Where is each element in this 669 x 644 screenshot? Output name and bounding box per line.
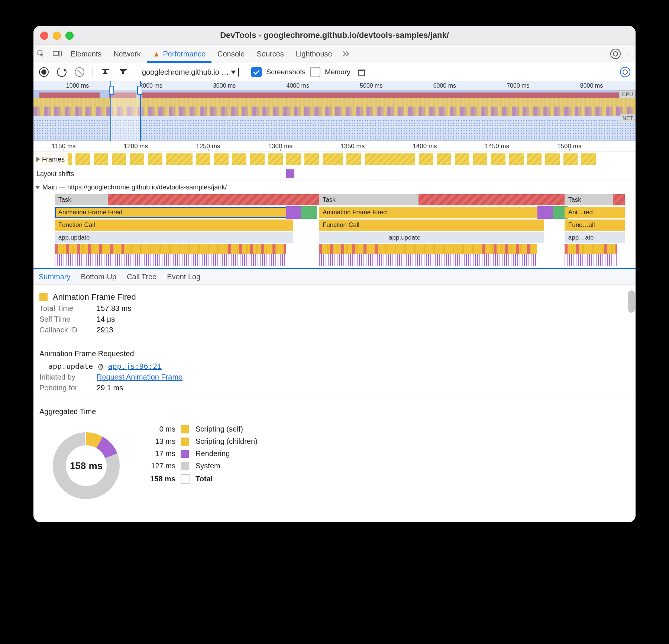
tab-label: Lighthouse bbox=[296, 50, 332, 58]
detail-ruler: 1150 ms1200 ms1250 ms1300 ms1350 ms1400 … bbox=[33, 141, 636, 152]
legend-label: System bbox=[195, 462, 258, 470]
initiated-by-link[interactable]: Request Animation Frame bbox=[97, 373, 182, 381]
overview-tick: 1000 ms bbox=[66, 82, 89, 89]
tab-lighthouse[interactable]: Lighthouse bbox=[290, 45, 338, 63]
legend-swatch bbox=[181, 450, 189, 458]
flame-bar[interactable]: app.update bbox=[55, 232, 293, 243]
tab-label: Performance bbox=[163, 50, 206, 58]
details-tabs: Summary Bottom-Up Call Tree Event Log bbox=[33, 268, 636, 285]
layout-shift-bar[interactable] bbox=[286, 169, 294, 178]
overview-ruler: 1000 ms2000 ms3000 ms4000 ms5000 ms6000 … bbox=[33, 81, 636, 90]
legend-label: Rendering bbox=[195, 449, 258, 458]
titlebar: DevTools - googlechrome.github.io/devtoo… bbox=[33, 26, 636, 45]
memory-label: Memory bbox=[325, 68, 350, 76]
self-time-label: Self Time bbox=[39, 315, 91, 323]
legend-label: Scripting (children) bbox=[195, 437, 258, 446]
aggregated-legend: 0 msScripting (self)13 msScripting (chil… bbox=[142, 425, 258, 484]
close-icon[interactable] bbox=[40, 32, 48, 40]
legend-value: 13 ms bbox=[142, 437, 175, 446]
minimize-icon[interactable] bbox=[53, 32, 61, 40]
tab-elements[interactable]: Elements bbox=[65, 45, 107, 63]
flame-bar[interactable]: Function Call bbox=[55, 219, 293, 231]
main-thread-header[interactable]: Main — https://googlechrome.github.io/de… bbox=[33, 181, 636, 193]
layout-shifts-track[interactable]: Layout shifts bbox=[33, 167, 636, 181]
flame-bar[interactable]: app.update bbox=[319, 232, 544, 243]
aggregated-header: Aggregated Time bbox=[39, 407, 96, 416]
tab-network[interactable]: Network bbox=[107, 45, 146, 63]
timeline-overview[interactable]: 1000 ms2000 ms3000 ms4000 ms5000 ms6000 … bbox=[33, 81, 636, 141]
legend-total-value: 158 ms bbox=[142, 475, 175, 483]
flame-bar[interactable]: Ani…red bbox=[565, 207, 625, 218]
legend-swatch bbox=[181, 425, 189, 433]
flame-bar[interactable]: Task bbox=[565, 194, 625, 205]
overview-tick: 5000 ms bbox=[360, 82, 382, 89]
kebab-icon[interactable]: ⋮ bbox=[622, 47, 636, 61]
legend-swatch bbox=[181, 462, 189, 470]
total-time-value: 157.83 ms bbox=[97, 304, 131, 313]
window-controls bbox=[40, 32, 74, 40]
svg-rect-1 bbox=[53, 51, 59, 55]
flame-bar[interactable]: Animation Frame Fired bbox=[55, 207, 293, 218]
clear-button[interactable] bbox=[73, 65, 86, 79]
donut-center-label: 158 ms bbox=[45, 425, 127, 507]
chevron-down-icon bbox=[231, 71, 236, 74]
total-time-label: Total Time bbox=[39, 304, 91, 313]
flame-bar[interactable]: Func…all bbox=[565, 219, 625, 231]
overview-tick: 2000 ms bbox=[139, 82, 162, 89]
tab-event-log[interactable]: Event Log bbox=[167, 273, 200, 281]
overview-tick: 7000 ms bbox=[507, 82, 529, 89]
more-tabs-icon[interactable] bbox=[338, 47, 352, 61]
upload-button[interactable] bbox=[98, 65, 112, 79]
perf-toolbar: googlechrome.github.io … Screenshots Mem… bbox=[33, 63, 636, 81]
legend-swatch bbox=[181, 438, 189, 446]
overview-tick: 3000 ms bbox=[213, 82, 236, 89]
legend-value: 127 ms bbox=[142, 462, 175, 470]
overview-tick: 8000 ms bbox=[580, 82, 603, 89]
scrollbar-thumb[interactable] bbox=[628, 290, 635, 313]
capture-settings-icon[interactable] bbox=[618, 65, 632, 79]
flame-lanes[interactable]: TaskTaskTask Animation Frame FiredAnimat… bbox=[33, 193, 636, 268]
tab-call-tree[interactable]: Call Tree bbox=[127, 273, 156, 281]
cpu-strip bbox=[33, 98, 636, 116]
tab-bottom-up[interactable]: Bottom-Up bbox=[81, 273, 117, 281]
tab-performance[interactable]: ▲ Performance bbox=[147, 45, 211, 63]
device-toolbar-icon[interactable] bbox=[51, 47, 64, 61]
recording-selector-label: googlechrome.github.io … bbox=[142, 68, 229, 77]
legend-value: 0 ms bbox=[142, 425, 175, 433]
settings-icon[interactable] bbox=[609, 47, 622, 61]
frames-label: Frames bbox=[42, 156, 65, 163]
download-button[interactable] bbox=[116, 65, 130, 79]
stack-func: app.update bbox=[48, 362, 93, 371]
legend-total-label: Total bbox=[195, 475, 258, 483]
pending-for-value: 29.1 ms bbox=[97, 384, 123, 392]
stack-location-link[interactable]: app.js:96:21 bbox=[108, 362, 162, 371]
inspect-icon[interactable] bbox=[34, 47, 48, 61]
record-button[interactable] bbox=[37, 65, 51, 79]
collapse-icon[interactable] bbox=[35, 186, 40, 189]
memory-checkbox[interactable] bbox=[310, 67, 320, 77]
collect-garbage-button[interactable] bbox=[355, 65, 368, 79]
aggregated-donut: 158 ms bbox=[45, 425, 127, 507]
net-strip bbox=[33, 116, 636, 140]
expand-icon[interactable] bbox=[36, 157, 40, 162]
svg-rect-3 bbox=[59, 51, 61, 56]
net-badge: NET bbox=[620, 114, 636, 122]
reload-record-button[interactable] bbox=[55, 65, 68, 79]
flame-bar[interactable]: Function Call bbox=[319, 219, 544, 231]
flamechart[interactable]: 1150 ms1200 ms1250 ms1300 ms1350 ms1400 … bbox=[33, 141, 636, 268]
tab-label: Network bbox=[113, 50, 140, 58]
zoom-icon[interactable] bbox=[65, 32, 74, 40]
flame-bar[interactable]: Task bbox=[55, 194, 321, 205]
recording-selector[interactable]: googlechrome.github.io … bbox=[142, 68, 239, 77]
frames-track[interactable]: Frames bbox=[33, 152, 636, 167]
tab-console[interactable]: Console bbox=[211, 45, 251, 63]
panel-tabs: Elements Network ▲ Performance Console S… bbox=[33, 45, 636, 63]
flame-bar[interactable]: Animation Frame Fired bbox=[319, 207, 544, 218]
flame-bar[interactable]: app…ate bbox=[565, 232, 625, 243]
tab-summary[interactable]: Summary bbox=[39, 273, 71, 281]
screenshots-checkbox[interactable] bbox=[251, 67, 262, 77]
tab-sources[interactable]: Sources bbox=[251, 45, 290, 63]
summary-panel: Animation Frame Fired Total Time157.83 m… bbox=[33, 285, 636, 522]
flame-bar[interactable]: Task bbox=[319, 194, 568, 205]
devtools-window: DevTools - googlechrome.github.io/devtoo… bbox=[33, 26, 636, 522]
